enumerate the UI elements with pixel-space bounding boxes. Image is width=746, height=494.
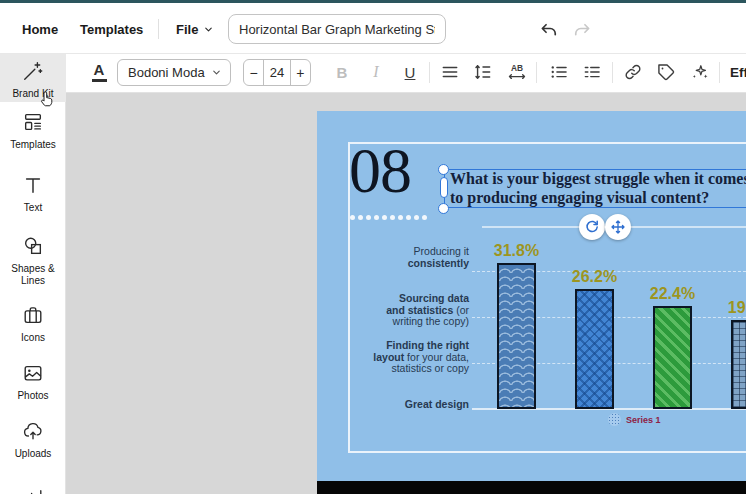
sidebar-item-text[interactable]: Text <box>0 174 66 214</box>
italic-button[interactable]: I <box>364 60 388 84</box>
category-label[interactable]: Sourcing dataand statistics (orwriting t… <box>386 293 469 328</box>
chevron-down-icon <box>211 67 222 78</box>
sidebar-item-label: Photos <box>0 390 66 402</box>
mouse-cursor-hand-icon <box>38 90 56 108</box>
bold-button[interactable]: B <box>330 60 354 84</box>
bar-chart-icon <box>22 481 44 494</box>
sidebar-item-label: Uploads <box>0 448 66 460</box>
font-family-value: Bodoni Moda <box>128 65 205 80</box>
chevron-down-icon <box>203 24 214 35</box>
selection-handle-side[interactable] <box>440 177 448 198</box>
cloud-upload-icon <box>22 420 44 442</box>
sidebar-item-label: Templates <box>0 139 66 151</box>
category-label[interactable]: Great design <box>405 399 469 411</box>
toolbar-separator <box>719 62 720 83</box>
toolbar-separator <box>536 62 537 83</box>
toolbar-separator <box>612 62 613 83</box>
line-spacing-icon[interactable] <box>472 61 494 83</box>
file-menu-label: File <box>176 22 198 37</box>
text-icon <box>22 174 44 196</box>
selection-handle-bottom[interactable] <box>438 203 449 214</box>
chart-bar[interactable] <box>653 306 692 409</box>
selection-handle-top[interactable] <box>438 164 449 175</box>
sidebar-item-label: Brand Kit <box>0 88 66 100</box>
effects-button[interactable]: Effects <box>730 65 746 80</box>
sidebar-item-label: Shapes & Lines <box>8 263 58 287</box>
page-bottom-shadow <box>317 481 746 494</box>
briefcase-icon <box>22 304 44 326</box>
sidebar-item-templates[interactable]: Templates <box>0 111 66 151</box>
font-size-stepper: − 24 + <box>243 59 311 86</box>
tag-icon[interactable] <box>655 61 677 83</box>
sidebar-item-uploads[interactable]: Uploads <box>0 420 66 460</box>
header: Home Templates File <box>0 3 746 54</box>
design-canvas[interactable]: 08 What is your biggest struggle when it… <box>317 111 746 481</box>
link-icon[interactable] <box>622 61 644 83</box>
font-color-swatch <box>92 79 107 82</box>
chart-bar[interactable] <box>497 263 536 409</box>
sidebar-item-photos[interactable]: Photos <box>0 362 66 402</box>
svg-text:AB: AB <box>511 63 523 73</box>
underline-button[interactable]: U <box>398 60 422 84</box>
bullet-list-icon[interactable] <box>548 61 570 83</box>
bar-value-label: 19.3% <box>728 299 746 317</box>
redo-icon[interactable] <box>572 21 592 41</box>
chart-bar[interactable] <box>575 289 614 409</box>
category-label[interactable]: Finding the rightlayout for your data,st… <box>373 340 469 375</box>
bar-value-label: 26.2% <box>572 268 617 286</box>
category-label[interactable]: Producing itconsistently <box>408 246 469 269</box>
sidebar-item-shapes-lines[interactable]: Shapes & Lines <box>0 235 66 287</box>
font-size-increase-button[interactable]: + <box>291 60 310 85</box>
move-handle[interactable] <box>605 214 631 240</box>
photo-icon <box>22 362 44 384</box>
bar-chart[interactable]: 31.8%26.2%22.4%19.3%Producing itconsiste… <box>317 111 746 481</box>
templates-link[interactable]: Templates <box>80 22 143 37</box>
undo-icon[interactable] <box>539 21 559 41</box>
toolbar-separator <box>429 62 430 83</box>
file-menu[interactable]: File <box>176 22 214 37</box>
font-size-decrease-button[interactable]: − <box>244 60 263 85</box>
home-link[interactable]: Home <box>22 22 58 37</box>
wand-icon <box>22 60 44 82</box>
shapes-icon <box>22 235 44 257</box>
bar-value-label: 31.8% <box>494 242 539 260</box>
chart-bar[interactable] <box>731 320 746 409</box>
sidebar: Brand Kit Templates Text Shapes & Lines … <box>0 54 66 494</box>
sidebar-item-label: Icons <box>0 332 66 344</box>
rotate-handle[interactable] <box>579 214 605 240</box>
legend-label: Series 1 <box>626 415 661 425</box>
workspace: 08 What is your biggest struggle when it… <box>66 93 746 494</box>
font-size-value[interactable]: 24 <box>263 60 290 85</box>
text-toolbar: A Bodoni Moda − 24 + B I U AB <box>66 54 746 93</box>
font-color-label: A <box>94 62 105 77</box>
numbered-list-icon[interactable] <box>581 61 603 83</box>
chart-legend[interactable]: Series 1 <box>608 413 661 426</box>
sidebar-item-label: Text <box>0 202 66 214</box>
font-family-select[interactable]: Bodoni Moda <box>117 59 231 86</box>
template-grid-icon <box>22 111 44 133</box>
sidebar-item-charts[interactable]: Charts <box>0 481 66 494</box>
document-title-input[interactable] <box>228 14 446 44</box>
sidebar-item-icons[interactable]: Icons <box>0 304 66 344</box>
sidebar-item-brand-kit[interactable]: Brand Kit <box>0 54 66 102</box>
legend-swatch-icon <box>608 413 621 426</box>
bar-value-label: 22.4% <box>650 285 695 303</box>
font-color-button[interactable]: A <box>86 58 112 86</box>
text-align-icon[interactable] <box>439 61 461 83</box>
sparkles-icon[interactable] <box>689 61 711 83</box>
app-window: Home Templates File A Bodoni Moda <box>0 0 746 494</box>
letter-spacing-icon[interactable]: AB <box>506 61 528 83</box>
header-divider <box>158 19 159 39</box>
